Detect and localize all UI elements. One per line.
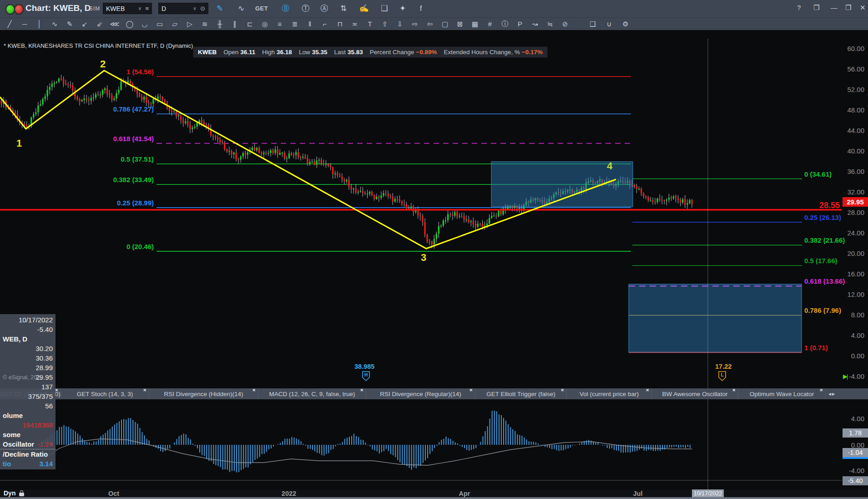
help-icon[interactable]: ? (797, 4, 801, 11)
candle-body (270, 150, 271, 153)
tab-close-icon[interactable]: ✕ (469, 388, 473, 392)
draw-tool-icon-35[interactable]: P (514, 19, 526, 29)
symbol-menu-icon[interactable]: ≡ (145, 5, 149, 12)
study-tab-8[interactable]: BW Awesome Oscillator✕ (652, 388, 738, 399)
clock-icon[interactable]: ⊙ (200, 5, 205, 12)
draw-tool-icon-14[interactable]: ≋ (199, 19, 211, 29)
draw-tool-icon-18[interactable]: ◎ (259, 19, 271, 29)
candle-body (431, 242, 433, 244)
draw-tool-icon-29[interactable]: ⇦ (424, 19, 436, 29)
tab-scroll-arrows[interactable]: ◂▸ (828, 388, 835, 399)
draw-tool-icon-6[interactable]: ↙ (79, 19, 91, 29)
chevron-down-icon[interactable]: ∨ (138, 5, 141, 11)
candle-body (95, 94, 96, 97)
draw-tool-icon-21[interactable]: ‖ (304, 19, 316, 29)
draw-tool-icon-16[interactable]: ∥ (229, 19, 241, 29)
draw-tool-icon-38[interactable]: ⊘ (559, 19, 571, 29)
minimize-icon[interactable]: — (831, 4, 838, 11)
draw-tool-icon-4[interactable]: ∿ (49, 19, 61, 29)
wave-label-3[interactable]: 3 (421, 252, 426, 264)
projection-box-2[interactable] (629, 284, 802, 352)
candle-body (436, 234, 437, 239)
draw-tool-icon-32[interactable]: ▦ (469, 19, 481, 29)
layout-icon[interactable]: ❐ (813, 4, 819, 12)
twitter-icon[interactable]: ✦ (396, 3, 409, 14)
draw-tool-icon-1[interactable]: ╱ (4, 19, 15, 29)
time-axis[interactable]: Dyn 10/17/2022 Oct2022AprJul (0, 489, 868, 497)
candle-body (162, 97, 163, 100)
price-line-label[interactable]: 28.55 (819, 201, 840, 210)
magnet-icon[interactable]: ∪ (603, 19, 615, 29)
facebook-icon[interactable]: f (414, 3, 428, 14)
crosshair-date-badge: 10/17/2022 (692, 489, 724, 497)
draw-tool-icon-26[interactable]: ⇧ (379, 19, 391, 29)
study-tab-6[interactable]: GET Elliott Trigger (false)✕ (475, 388, 567, 399)
draw-tool-icon-11[interactable]: ▭ (154, 19, 166, 29)
draw-tool-icon-27[interactable]: ⇩ (394, 19, 406, 29)
tab-close-icon[interactable]: ✕ (560, 388, 564, 392)
chevron-down-icon[interactable]: ∨ (193, 5, 197, 11)
note-edit-icon[interactable]: ✍ (357, 3, 371, 14)
wave-label-4[interactable]: 4 (607, 160, 612, 172)
draw-tool-icon-10[interactable]: ◡ (139, 19, 151, 29)
lock-icon[interactable] (19, 493, 24, 496)
interval-select[interactable]: D ∨ ⊙ (158, 3, 208, 14)
draw-tool-icon-15[interactable]: ╫ (214, 19, 226, 29)
a-circle-icon[interactable]: Ⓐ (318, 3, 331, 14)
candle-body (399, 199, 400, 201)
draw-tool-icon-34[interactable]: ⓘ (499, 19, 511, 29)
symbol-input[interactable]: KWEB ∨ ≡ (103, 3, 152, 14)
restore-icon[interactable]: ❐ (845, 4, 851, 12)
tab-close-icon[interactable]: ✕ (252, 388, 256, 392)
sort-arrows-icon[interactable]: ⇅ (337, 3, 350, 14)
get-menu-icon[interactable]: GET (255, 3, 268, 14)
candle-body (334, 173, 336, 174)
b-circle-icon[interactable]: Ⓑ (279, 3, 293, 14)
draw-tool-icon-22[interactable]: ⌐ (319, 19, 331, 29)
tab-close-icon[interactable]: ✕ (646, 388, 649, 392)
draw-tool-icon-8[interactable]: ⋘ (109, 19, 121, 29)
t-circle-icon[interactable]: Ⓣ (299, 3, 313, 14)
draw-tool-icon-28[interactable]: ⇨ (409, 19, 421, 29)
price-tick-0.00: 0.00 (828, 352, 864, 360)
study-tab-2[interactable]: GET Stoch (14, 3, 3)✕ (61, 388, 149, 399)
annotation-note-icon[interactable]: ❑ (587, 19, 599, 29)
study-tab-3[interactable]: RSI Divergence (Hidden)(14)✕ (149, 388, 258, 399)
draw-tool-icon-20[interactable]: ≣ (289, 19, 301, 29)
draw-tool-icon-17[interactable]: ⊏ (244, 19, 256, 29)
wave-label-2[interactable]: 2 (100, 58, 106, 70)
draw-tool-icon-36[interactable]: ↝ (529, 19, 541, 29)
draw-tool-icon-5[interactable]: ✎ (64, 19, 76, 29)
draw-tool-icon-13[interactable]: ▷ (184, 19, 196, 29)
draw-tool-icon-23[interactable]: ⊓ (334, 19, 346, 29)
study-tab-9[interactable]: Optimum Wave Locator✕ (738, 388, 826, 399)
candle-body (638, 189, 640, 190)
draw-tool-icon-31[interactable]: ⊠ (454, 19, 466, 29)
draw-tool-icon-2[interactable]: ─ (19, 19, 30, 29)
dyn-mode-label[interactable]: Dyn (4, 489, 15, 497)
draw-tool-icon-25[interactable]: T (364, 19, 376, 29)
tab-close-icon[interactable]: ✕ (360, 388, 363, 392)
tab-close-icon[interactable]: ✕ (819, 388, 823, 392)
wave-label-1[interactable]: 1 (16, 137, 22, 149)
draw-tool-icon-37[interactable]: ≒ (544, 19, 556, 29)
study-tab-4[interactable]: MACD (12, 26, C, 9, false, true)✕ (258, 388, 366, 399)
draw-tool-icon-30[interactable]: ▢ (439, 19, 451, 29)
draw-tool-icon-19[interactable]: ≡ (274, 19, 286, 29)
draw-tool-icon-33[interactable]: # (484, 19, 496, 29)
draw-pencil-icon[interactable]: ✎ (213, 3, 227, 14)
draw-tool-icon-7[interactable]: ⇙ (94, 19, 106, 29)
close-icon[interactable]: ✕ (860, 4, 866, 12)
goto-latest-icon[interactable]: ▶| (843, 373, 847, 380)
draw-tool-icon-3[interactable]: │ (34, 19, 45, 29)
draw-tool-icon-9[interactable]: ◯ (124, 19, 136, 29)
draw-tool-icon-24[interactable]: ≍ (349, 19, 361, 29)
tab-close-icon[interactable]: ✕ (143, 388, 146, 392)
study-tab-5[interactable]: RSI Divergence (Regular)(14)✕ (366, 388, 475, 399)
chat-bubble-icon[interactable]: ❑ (378, 3, 391, 14)
study-wave-icon[interactable]: ∿ (234, 3, 248, 14)
settings-sliders-icon[interactable]: ⚙ (620, 19, 631, 29)
draw-tool-icon-12[interactable]: ▱ (169, 19, 181, 29)
study-tab-7[interactable]: Vol (current price bar)✕ (567, 388, 652, 399)
tab-close-icon[interactable]: ✕ (732, 388, 736, 392)
